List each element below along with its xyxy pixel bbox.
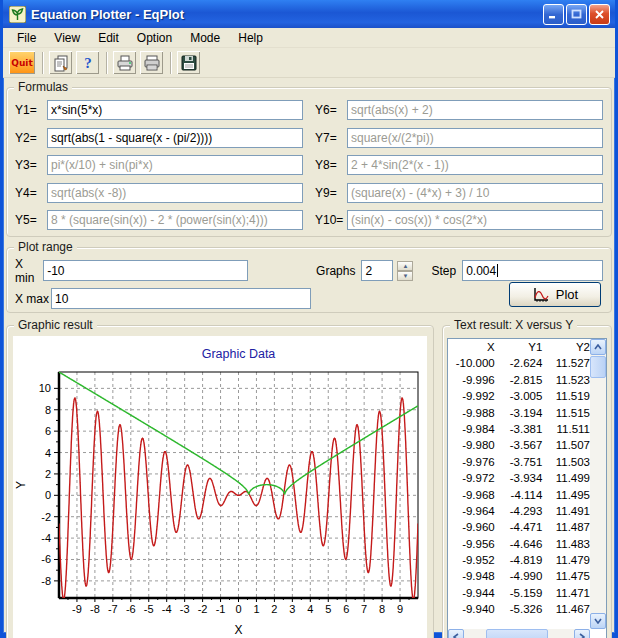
table-row[interactable]: -9.976-3.75111.503 — [448, 454, 590, 470]
table-cell: -9.960 — [448, 519, 495, 535]
print-button[interactable] — [139, 50, 164, 75]
print-preview-button[interactable] — [112, 50, 137, 75]
formula-label: Y3= — [15, 158, 47, 172]
vertical-scroll-thumb[interactable] — [590, 356, 606, 378]
quit-button[interactable]: Quit — [8, 50, 36, 75]
menu-option[interactable]: Option — [128, 29, 181, 47]
spin-down-button[interactable]: ▼ — [397, 271, 413, 281]
table-row[interactable]: -9.956-4.64611.483 — [448, 536, 590, 552]
result-table: XY1Y2-10.000-2.62411.527-9.996-2.81511.5… — [448, 339, 590, 629]
formula-input-y8[interactable] — [347, 155, 603, 175]
formula-input-y2[interactable] — [47, 128, 303, 148]
table-row[interactable]: -9.948-4.99011.475 — [448, 568, 590, 584]
copy-button[interactable] — [48, 50, 73, 75]
scroll-right-button[interactable] — [574, 629, 590, 638]
table-cell: 11.519 — [542, 388, 590, 404]
menu-edit[interactable]: Edit — [89, 29, 128, 47]
svg-text:6: 6 — [45, 425, 51, 437]
table-row[interactable]: -9.996-2.81511.523 — [448, 372, 590, 388]
svg-text:Y: Y — [14, 481, 28, 489]
result-listbox[interactable]: XY1Y2-10.000-2.62411.527-9.996-2.81511.5… — [447, 338, 607, 638]
table-row[interactable]: -10.000-2.62411.527 — [448, 355, 590, 371]
table-row[interactable]: -9.984-3.38111.511 — [448, 421, 590, 437]
horizontal-scrollbar[interactable] — [448, 629, 590, 638]
spin-up-button[interactable]: ▲ — [397, 261, 413, 271]
formula-label: Y1= — [15, 103, 47, 117]
table-cell: -3.934 — [495, 470, 543, 486]
table-cell: -9.952 — [448, 552, 495, 568]
formula-input-y4[interactable] — [47, 183, 303, 203]
vertical-scrollbar[interactable] — [590, 339, 606, 629]
svg-text:3: 3 — [289, 603, 295, 615]
minimize-button[interactable] — [543, 4, 564, 25]
graphs-input[interactable] — [361, 260, 393, 281]
table-cell: -4.293 — [495, 503, 543, 519]
table-cell: 11.475 — [542, 568, 590, 584]
save-button[interactable] — [176, 50, 201, 75]
table-row[interactable]: -9.992-3.00511.519 — [448, 388, 590, 404]
formula-input-y6[interactable] — [347, 100, 603, 120]
x-min-input[interactable] — [43, 260, 248, 281]
menu-view[interactable]: View — [45, 29, 89, 47]
help-icon: ? — [79, 54, 97, 72]
table-row[interactable]: -9.952-4.81911.479 — [448, 552, 590, 568]
formula-label: Y4= — [15, 186, 47, 200]
step-input[interactable]: 0.004 — [462, 260, 603, 281]
svg-text:5: 5 — [325, 603, 331, 615]
svg-text:6: 6 — [343, 603, 349, 615]
table-cell: -9.944 — [448, 585, 495, 601]
app-icon — [9, 6, 26, 23]
table-cell: -9.976 — [448, 454, 495, 470]
formula-row: Y9= — [315, 183, 603, 203]
toolbar-separator — [42, 52, 44, 74]
formula-row: Y5= — [15, 210, 303, 230]
formula-input-y9[interactable] — [347, 183, 603, 203]
horizontal-scroll-thumb[interactable] — [486, 629, 548, 638]
scroll-up-button[interactable] — [590, 339, 606, 355]
formula-input-y10[interactable] — [347, 210, 603, 230]
svg-text:-9: -9 — [72, 603, 82, 615]
titlebar[interactable]: Equation Plotter - EqPlot — [3, 0, 615, 28]
text-result-title: Text result: X versus Y — [450, 318, 577, 332]
scroll-down-button[interactable] — [590, 613, 606, 629]
graphic-data-chart: -9-8-7-6-5-4-3-2-10123456789-8-6-4-20246… — [13, 336, 427, 638]
menu-help[interactable]: Help — [229, 29, 272, 47]
formula-input-y1[interactable] — [47, 100, 303, 120]
content-area: Formulas Y1=Y2=Y3=Y4=Y5= Y6=Y7=Y8=Y9=Y10… — [3, 78, 615, 638]
scroll-left-button[interactable] — [448, 629, 464, 638]
x-max-label: X max — [15, 292, 51, 306]
formula-input-y5[interactable] — [47, 210, 303, 230]
svg-text:-4: -4 — [162, 603, 172, 615]
menu-mode[interactable]: Mode — [181, 29, 229, 47]
table-cell: -2.624 — [495, 355, 543, 371]
x-min-label: X min — [15, 257, 43, 285]
svg-text:7: 7 — [361, 603, 367, 615]
graphic-result-group: Graphic result -9-8-7-6-5-4-3-2-10123456… — [6, 325, 434, 638]
table-cell: 11.527 — [542, 355, 590, 371]
close-button[interactable] — [589, 4, 610, 25]
table-row[interactable]: -9.960-4.47111.487 — [448, 519, 590, 535]
menu-file[interactable]: File — [8, 29, 45, 47]
formula-input-y7[interactable] — [347, 128, 603, 148]
formula-input-y3[interactable] — [47, 155, 303, 175]
svg-text:?: ? — [84, 55, 92, 71]
table-cell: -9.992 — [448, 388, 495, 404]
table-row[interactable]: -9.980-3.56711.507 — [448, 437, 590, 453]
table-row[interactable]: -9.972-3.93411.499 — [448, 470, 590, 486]
table-row[interactable]: -9.968-4.11411.495 — [448, 487, 590, 503]
plot-button[interactable]: Plot — [509, 282, 601, 307]
formulas-title: Formulas — [14, 80, 72, 94]
table-row[interactable]: -9.940-5.32611.467 — [448, 601, 590, 617]
x-max-input[interactable] — [51, 288, 311, 309]
table-row[interactable]: -9.988-3.19411.515 — [448, 405, 590, 421]
copy-icon — [52, 54, 70, 72]
table-cell: -10.000 — [448, 355, 495, 371]
table-cell: -3.751 — [495, 454, 543, 470]
table-row[interactable]: -9.964-4.29311.491 — [448, 503, 590, 519]
table-cell: -9.948 — [448, 568, 495, 584]
maximize-button[interactable] — [566, 4, 587, 25]
help-button[interactable]: ? — [75, 50, 100, 75]
toolbar: Quit ? — [3, 48, 615, 78]
table-cell: 11.499 — [542, 470, 590, 486]
table-row[interactable]: -9.944-5.15911.471 — [448, 585, 590, 601]
